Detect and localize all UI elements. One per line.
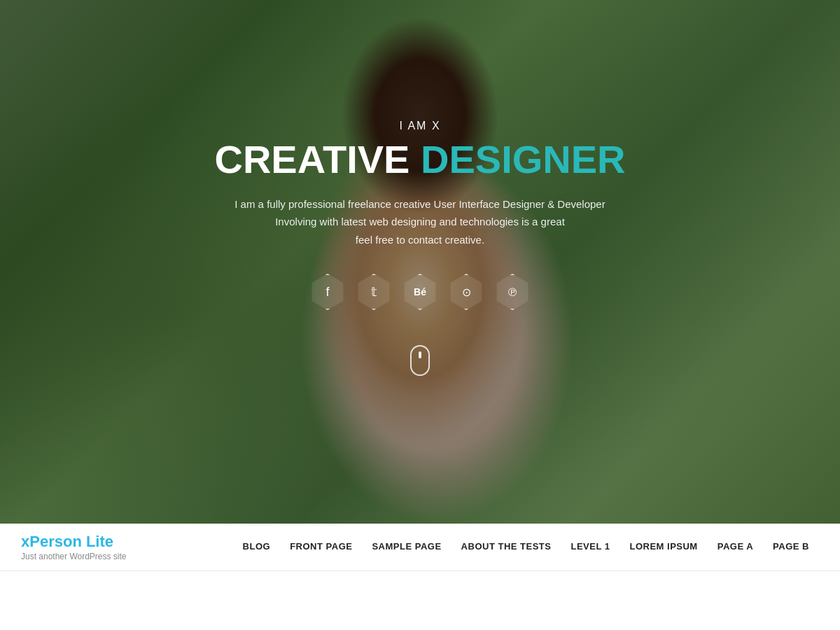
hero-title: CREATIVE DESIGNER [214, 138, 625, 181]
scroll-indicator [214, 345, 625, 376]
dribbble-icon[interactable]: ⊙ [448, 274, 484, 310]
brand-tagline: Just another WordPress site [21, 552, 189, 561]
hero-content: I AM X CREATIVE DESIGNER I am a fully pr… [200, 120, 639, 376]
nav-item-pageb[interactable]: PAGE B [763, 524, 819, 571]
nav-item-loremipsum[interactable]: LOREM IPSUM [620, 524, 707, 571]
scroll-mouse [410, 345, 430, 376]
nav-item-abouttests[interactable]: ABOUT THE TESTS [451, 524, 561, 571]
hero-section: I AM X CREATIVE DESIGNER I am a fully pr… [0, 0, 840, 524]
hero-subtitle: I AM X [214, 120, 625, 132]
hero-title-word1: CREATIVE [214, 137, 410, 181]
nav-item-level1[interactable]: LEVEL 1 [561, 524, 620, 571]
brand: xPerson Lite Just another WordPress site [21, 533, 189, 561]
nav-item-pagea[interactable]: PAGE A [708, 524, 763, 571]
scroll-dot [419, 351, 421, 358]
nav-menu: BLOG FRONT PAGE SAMPLE PAGE ABOUT THE TE… [233, 524, 819, 571]
hero-description: I am a fully professional freelance crea… [214, 195, 625, 249]
hero-title-word2: DESIGNER [421, 137, 626, 181]
pinterest-icon[interactable]: ℗ [494, 274, 531, 310]
nav-item-frontpage[interactable]: FRONT PAGE [280, 524, 362, 571]
nav-item-blog[interactable]: BLOG [233, 524, 281, 571]
facebook-icon[interactable]: f [309, 274, 346, 310]
behance-icon[interactable]: Bé [402, 274, 438, 310]
social-icons-group: f 𝕥 Bé ⊙ ℗ [214, 274, 625, 310]
footer-area [0, 571, 840, 630]
navbar: xPerson Lite Just another WordPress site… [0, 524, 840, 571]
brand-name[interactable]: xPerson Lite [21, 533, 189, 551]
nav-item-samplepage[interactable]: SAMPLE PAGE [362, 524, 451, 571]
twitter-icon[interactable]: 𝕥 [356, 274, 392, 310]
